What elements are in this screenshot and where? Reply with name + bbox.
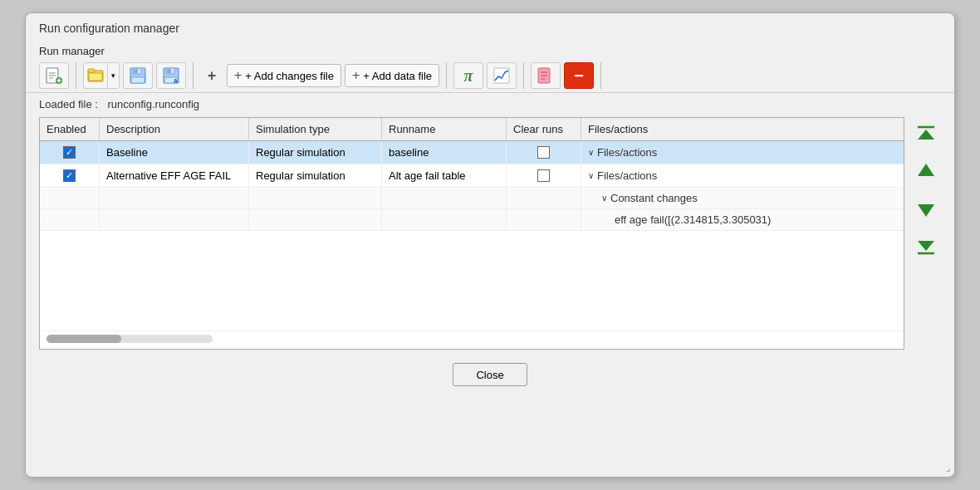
col-description: Description	[100, 118, 249, 140]
move-top-icon	[914, 123, 938, 148]
col-clear-runs: Clear runs	[507, 118, 581, 140]
table-row[interactable]: ✓ Alternative EFF AGE FAIL Regular simul…	[40, 164, 904, 188]
close-row: Close	[26, 350, 954, 390]
scrollbar-row[interactable]	[40, 331, 904, 346]
eff-age-row: eff age fail([(2.314815,3.305031)	[40, 209, 904, 231]
add-button[interactable]: +	[200, 62, 223, 89]
scrollbar-thumb[interactable]	[47, 335, 121, 343]
add-changes-file-button[interactable]: + + Add changes file	[227, 64, 341, 87]
toolbar-sep-2	[193, 62, 194, 89]
loaded-file-value: runconfig.runconfig	[107, 98, 199, 110]
row1-expand-icon: ∨	[588, 148, 594, 157]
toolbar: ▾ A + +	[26, 59, 954, 93]
row1-checkbox[interactable]: ✓	[63, 146, 76, 159]
add-data-file-label: + Add data file	[363, 70, 432, 82]
note-icon	[537, 66, 555, 85]
row1-files-actions[interactable]: ∨ Files/actions	[581, 141, 904, 164]
new-button[interactable]	[39, 62, 69, 89]
toolbar-sep-4	[523, 62, 524, 89]
remove-icon: −	[574, 66, 584, 86]
constant-changes-cell: ∨ Constant changes	[581, 188, 904, 208]
move-up-icon	[914, 159, 938, 184]
svg-rect-8	[88, 69, 95, 72]
move-top-button[interactable]	[911, 120, 941, 150]
row2-clear-runs[interactable]	[507, 164, 581, 187]
open-button[interactable]: ▾	[83, 62, 120, 89]
plus-icon: +	[208, 67, 217, 85]
eff-age-label: eff age fail([(2.314815,3.305031)	[615, 213, 771, 226]
row2-files-actions[interactable]: ∨ Files/actions	[581, 164, 904, 187]
table-header: Enabled Description Simulation type Runn…	[40, 118, 904, 141]
scrollbar-track[interactable]	[47, 335, 213, 343]
eff-age-cell: eff age fail([(2.314815,3.305031)	[581, 209, 904, 230]
svg-rect-13	[131, 77, 145, 83]
move-down-button[interactable]	[911, 194, 941, 223]
toolbar-sep-5	[600, 62, 601, 89]
row1-enabled[interactable]: ✓	[40, 141, 100, 164]
row2-description: Alternative EFF AGE FAIL	[100, 164, 249, 187]
main-area: Enabled Description Simulation type Runn…	[26, 117, 954, 350]
move-down-icon	[914, 196, 938, 221]
loaded-file-row: Loaded file : runconfig.runconfig	[26, 93, 954, 117]
add-changes-icon: +	[234, 68, 242, 83]
side-buttons	[911, 117, 941, 350]
svg-marker-25	[918, 130, 934, 140]
open-icon[interactable]	[84, 63, 107, 88]
move-up-button[interactable]	[911, 157, 941, 187]
row2-enabled[interactable]: ✓	[40, 164, 100, 187]
save-as-button[interactable]: A	[156, 62, 186, 89]
row1-clear-checkbox[interactable]	[537, 146, 550, 159]
row1-description: Baseline	[100, 141, 249, 164]
add-data-file-button[interactable]: + + Add data file	[345, 64, 439, 87]
pi-button[interactable]: π	[453, 62, 483, 89]
note-button[interactable]	[531, 62, 561, 89]
move-bottom-icon	[914, 233, 938, 257]
save-button[interactable]	[123, 62, 153, 89]
svg-marker-26	[918, 164, 934, 176]
svg-rect-12	[134, 69, 138, 73]
svg-marker-27	[918, 204, 934, 217]
row2-runname: Alt age fail table	[382, 164, 507, 187]
constant-changes-label: Constant changes	[610, 192, 698, 204]
add-data-icon: +	[352, 68, 360, 83]
col-simulation-type: Simulation type	[249, 118, 382, 140]
svg-marker-28	[918, 241, 934, 251]
pi-icon: π	[464, 66, 473, 86]
move-bottom-button[interactable]	[911, 230, 941, 260]
chart-button[interactable]	[487, 62, 517, 89]
remove-button[interactable]: −	[564, 62, 594, 89]
svg-rect-19	[494, 68, 509, 83]
table-container: Enabled Description Simulation type Runn…	[39, 117, 904, 350]
save-as-icon: A	[162, 66, 180, 85]
row2-simulation-type: Regular simulation	[249, 164, 382, 187]
row2-clear-checkbox[interactable]	[537, 169, 550, 182]
run-manager-label: Run manager	[26, 42, 954, 59]
dialog-title: Run configuration manager	[26, 13, 954, 42]
open-dropdown-arrow[interactable]: ▾	[107, 63, 119, 88]
empty-rows	[40, 231, 904, 331]
row1-simulation-type: Regular simulation	[249, 141, 382, 164]
save-icon	[129, 66, 147, 85]
row2-expand-icon: ∨	[588, 171, 594, 180]
svg-rect-9	[89, 73, 102, 81]
resize-handle[interactable]: ⌟	[946, 462, 951, 473]
col-runname: Runname	[382, 118, 507, 140]
col-files-actions: Files/actions	[581, 118, 904, 140]
toolbar-sep-3	[446, 62, 447, 89]
row1-runname: baseline	[382, 141, 507, 164]
row2-checkbox[interactable]: ✓	[63, 169, 76, 182]
new-icon	[45, 66, 63, 85]
constant-changes-expand-icon: ∨	[601, 194, 607, 203]
constant-changes-row: ∨ Constant changes	[40, 188, 904, 209]
col-enabled: Enabled	[40, 118, 100, 140]
run-config-dialog: Run configuration manager Run manager	[25, 12, 955, 478]
toolbar-sep-1	[76, 62, 76, 89]
svg-rect-16	[167, 69, 171, 73]
close-button[interactable]: Close	[453, 363, 527, 386]
row1-clear-runs[interactable]	[507, 141, 581, 164]
svg-text:A: A	[174, 78, 178, 84]
chart-icon	[492, 66, 511, 85]
table-row[interactable]: ✓ Baseline Regular simulation baseline ∨…	[40, 141, 904, 164]
add-changes-file-label: + Add changes file	[245, 70, 334, 82]
loaded-file-label: Loaded file :	[39, 98, 98, 110]
